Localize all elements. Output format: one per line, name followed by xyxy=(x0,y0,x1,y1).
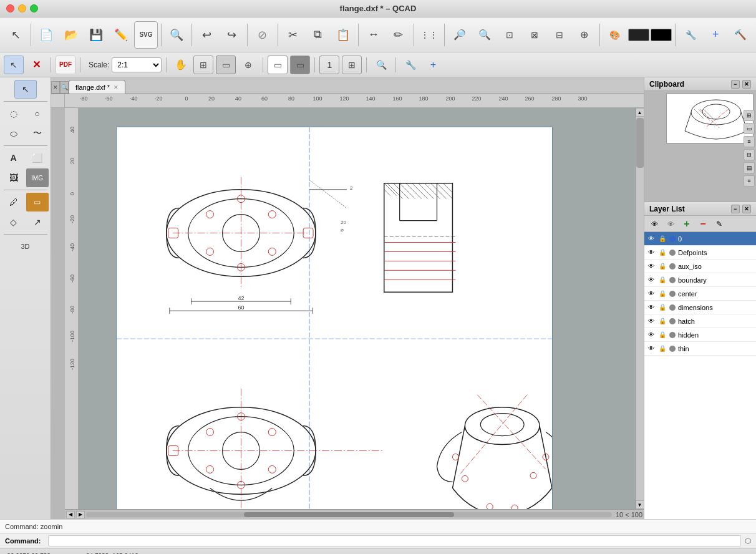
image-button[interactable]: IMG xyxy=(26,168,49,187)
select-lt-button[interactable]: ↖ xyxy=(14,80,37,99)
layer-0-eye[interactable]: 👁 xyxy=(647,235,656,243)
layer-item-hidden[interactable]: 👁 🔒 hidden xyxy=(644,328,756,342)
layer-remove-btn[interactable]: − xyxy=(695,218,710,230)
crosshair-button[interactable]: ⊕ xyxy=(238,56,258,74)
clip-icon-1[interactable]: ⊞ xyxy=(744,110,755,121)
ellipse-button[interactable]: ⬭ xyxy=(2,124,25,143)
layer-item-thin[interactable]: 👁 🔒 thin xyxy=(644,342,756,356)
cmd-expand-icon[interactable]: ⬡ xyxy=(745,537,751,545)
tab-search[interactable]: 🔍 xyxy=(60,81,69,94)
zoom-prev-button[interactable]: ⊟ xyxy=(548,21,571,49)
move-button[interactable]: ↔ xyxy=(362,21,385,49)
circle-button[interactable]: ○ xyxy=(26,104,49,123)
scroll-left-button[interactable]: ◀ xyxy=(66,511,75,518)
layer-add-btn[interactable]: + xyxy=(679,218,694,230)
viewport-button[interactable]: ⊞ xyxy=(193,56,213,74)
scroll-vertical[interactable]: ▲ ▼ xyxy=(635,108,644,509)
pdf-button[interactable]: PDF xyxy=(56,56,75,74)
maximize-button[interactable] xyxy=(30,4,38,12)
settings-button[interactable]: 🔨 xyxy=(729,21,752,49)
clear-button[interactable]: ⊘ xyxy=(251,21,274,49)
select-tool-button[interactable]: ↖ xyxy=(4,21,27,49)
tab-close-left[interactable]: ✕ xyxy=(51,81,60,94)
new-file-button[interactable]: 📄 xyxy=(34,21,58,49)
color-button[interactable]: 🎨 xyxy=(603,21,627,49)
hand-tool-button[interactable]: ✋ xyxy=(171,56,191,74)
tab-flange[interactable]: flange.dxf * ✕ xyxy=(69,80,125,94)
grid-button[interactable]: ⋮⋮ xyxy=(417,21,441,49)
layer-minimize[interactable]: − xyxy=(731,205,740,213)
layer-dimensions-eye[interactable]: 👁 xyxy=(647,303,656,312)
clip-icon-3[interactable]: ≡ xyxy=(744,136,755,147)
zoom-in-button[interactable]: 🔎 xyxy=(448,21,472,49)
bucket-button[interactable]: ▭ xyxy=(26,193,49,211)
shape-button[interactable]: ◇ xyxy=(2,213,25,231)
undo-button[interactable]: ↩ xyxy=(195,21,219,49)
layer-thin-eye[interactable]: 👁 xyxy=(647,344,656,353)
layer-eye-all[interactable]: 👁 xyxy=(647,218,662,230)
drawing-canvas[interactable]: 42 60 2 20 ⌀ xyxy=(79,108,635,509)
scroll-track-v[interactable] xyxy=(636,117,644,500)
scroll-up-button[interactable]: ▲ xyxy=(636,108,644,117)
select2-button[interactable]: ↖ xyxy=(4,56,24,74)
properties-button[interactable]: 🔧 xyxy=(679,21,702,49)
cut-button[interactable]: ✂ xyxy=(281,21,305,49)
rect-button[interactable]: ⬜ xyxy=(26,148,49,167)
zoom-next-button[interactable]: ⊕ xyxy=(573,21,596,49)
stop-button[interactable]: ✕ xyxy=(26,56,46,74)
close-button[interactable] xyxy=(6,4,14,12)
zoom-sel-button[interactable]: ⊠ xyxy=(523,21,546,49)
layer-center-eye[interactable]: 👁 xyxy=(647,289,656,298)
clip-icon-2[interactable]: ▭ xyxy=(744,123,755,134)
3d-button[interactable]: 3D xyxy=(14,237,37,256)
one-button[interactable]: 1 xyxy=(319,56,339,74)
zoom-out-button[interactable]: 🔍 xyxy=(473,21,497,49)
arrow-button[interactable]: ↗ xyxy=(26,213,49,231)
clipboard-minimize[interactable]: − xyxy=(731,80,740,89)
scroll-horizontal[interactable]: ◀ ▶ 10 < 100 xyxy=(65,509,644,519)
zoom-fit-button[interactable]: 🔍 xyxy=(165,21,188,49)
linecolor-button[interactable] xyxy=(628,29,649,41)
clip-icon-5[interactable]: ▤ xyxy=(744,162,755,173)
tab-close-button[interactable]: ✕ xyxy=(114,84,119,90)
zoom-page-button[interactable]: ⊡ xyxy=(498,21,521,49)
add-widget-button[interactable]: + xyxy=(704,21,727,49)
grid2-button[interactable]: ⊞ xyxy=(342,56,362,74)
save-file-button[interactable]: 💾 xyxy=(84,21,108,49)
layer-item-center[interactable]: 👁 🔒 center xyxy=(644,287,756,301)
layer-boundary-eye[interactable]: 👁 xyxy=(647,276,656,284)
layer-item-dimensions[interactable]: 👁 🔒 dimensions xyxy=(644,301,756,314)
copy-button[interactable]: ⧉ xyxy=(306,21,330,49)
layer-item-aux-iso[interactable]: 👁 🔒 aux_iso xyxy=(644,260,756,273)
text-button[interactable]: A xyxy=(2,148,25,167)
pen-button[interactable]: 🖊 xyxy=(2,193,25,211)
gray-bg-button[interactable]: ▭ xyxy=(290,56,310,74)
edit-button[interactable]: ✏️ xyxy=(109,21,133,49)
paste-button[interactable]: 📋 xyxy=(331,21,355,49)
layer-item-0[interactable]: 👁 🔒 0 xyxy=(644,232,756,246)
white-bg-button[interactable]: ▭ xyxy=(268,56,288,74)
scale-select[interactable]: 2:11:11:2 xyxy=(112,57,162,72)
scroll-right-button[interactable]: ▶ xyxy=(76,511,85,518)
redo-button[interactable]: ↪ xyxy=(220,21,244,49)
svg-button[interactable]: SVG xyxy=(134,21,158,49)
zoom-glass-button[interactable]: 🔍 xyxy=(371,56,391,74)
layer-item-hatch[interactable]: 👁 🔒 hatch xyxy=(644,314,756,328)
arc-button[interactable]: ◌ xyxy=(2,104,25,123)
layer-defpoints-eye[interactable]: 👁 xyxy=(647,248,656,257)
scroll-thumb-v[interactable] xyxy=(636,118,644,168)
clip-icon-6[interactable]: ≡ xyxy=(744,175,755,187)
draw-line-button[interactable]: ✏ xyxy=(387,21,410,49)
scroll-thumb-h[interactable] xyxy=(244,512,454,517)
layer-close[interactable]: ✕ xyxy=(742,205,751,213)
add2-button[interactable]: + xyxy=(423,56,443,74)
open-file-button[interactable]: 📂 xyxy=(59,21,83,49)
minimize-button[interactable] xyxy=(18,4,26,12)
properties2-button[interactable]: 🔧 xyxy=(400,56,420,74)
command-input[interactable] xyxy=(48,535,741,547)
layer-aux-iso-eye[interactable]: 👁 xyxy=(647,262,656,271)
clip-icon-4[interactable]: ⊟ xyxy=(744,149,755,160)
layer-edit-btn[interactable]: ✎ xyxy=(712,218,727,230)
layer-hatch-eye[interactable]: 👁 xyxy=(647,317,656,326)
clipboard-close[interactable]: ✕ xyxy=(742,80,751,89)
